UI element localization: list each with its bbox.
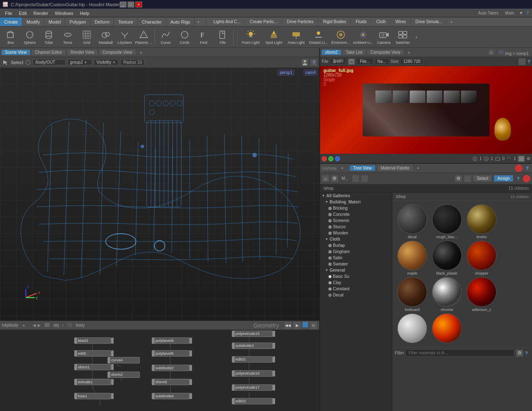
tool-camera[interactable]: Camera [375, 28, 393, 47]
tab-composite-view[interactable]: Composite View [99, 50, 135, 55]
mat-thumb-rough-black[interactable]: rough_blac... [430, 204, 463, 239]
maximize-button[interactable]: □ [128, 2, 134, 7]
tree-sweater[interactable]: Sweater [320, 261, 392, 267]
minimize-button[interactable]: _ [120, 2, 126, 7]
menu-edit[interactable]: Edit [16, 10, 30, 17]
viewer-settings-btn[interactable] [518, 58, 526, 65]
right-icon-plus[interactable]: + [413, 34, 420, 41]
tab-composite-right[interactable]: Composite View [367, 50, 404, 55]
tool-curve[interactable]: Curve [157, 28, 175, 47]
tree-satin[interactable]: Satin [320, 255, 392, 261]
tool-box[interactable]: Box [2, 28, 20, 47]
mat-home-btn[interactable]: ⌂ [322, 175, 329, 182]
menu-file[interactable]: File [2, 10, 16, 17]
mat-thumb-fire[interactable] [430, 313, 463, 344]
viewer-settings-icon[interactable]: ⚙ [527, 156, 530, 161]
tool-switcher[interactable]: Switcher [394, 28, 412, 47]
bottom-nav-left[interactable]: ◀ [33, 323, 36, 327]
tool-distant-light[interactable]: Distant Li... [308, 28, 329, 47]
mat-help-btn[interactable]: ? [524, 166, 530, 171]
tree-building[interactable]: ▼ Building_Materi [320, 199, 392, 205]
bottom-plus[interactable]: + [20, 322, 28, 329]
tab-modify[interactable]: Modify [22, 17, 44, 26]
tool-sphere[interactable]: Sphere [21, 28, 39, 47]
mat-thumb-black-plastic[interactable]: black_plastic [430, 241, 463, 275]
file2-field[interactable]: File... [357, 58, 373, 65]
menu-windows[interactable]: Windows [52, 10, 77, 17]
tree-bricking[interactable]: Bricking [320, 205, 392, 211]
viewer-help-btn[interactable]: ? [527, 59, 530, 64]
tool-ambient-light[interactable]: Ambient Li... [352, 28, 374, 47]
tool-point-light[interactable]: Point Light [239, 28, 262, 47]
menu-render[interactable]: Render [30, 10, 52, 17]
mat-close-btn[interactable] [515, 165, 522, 172]
viewport-person-icon[interactable] [301, 59, 309, 66]
tab-lights[interactable]: Lights And C... [209, 19, 245, 25]
mat-plus[interactable]: + [339, 165, 346, 171]
tab-create-particles[interactable]: Create Partic... [246, 19, 282, 25]
tool-area-light[interactable]: Area Light [285, 28, 307, 47]
tool-platonic[interactable]: Platonic ... [135, 28, 153, 47]
camera-label[interactable]: cam4 [304, 69, 318, 76]
tab-cloth[interactable]: Cloth [372, 19, 390, 25]
mat-settings-btn[interactable]: ⚙ [331, 175, 338, 182]
mat-assign-btn[interactable]: Assign [494, 175, 513, 182]
tool-metaball[interactable]: Metaball [97, 28, 115, 47]
viewport-tab-plus[interactable]: + [137, 49, 145, 56]
tab-polygon[interactable]: Polygon [65, 17, 90, 26]
mat-close2-btn[interactable] [523, 175, 530, 182]
path-field[interactable]: /body/OUT [33, 59, 66, 65]
radius-field[interactable]: Radius 10 [120, 59, 145, 65]
file-browse-btn[interactable] [348, 58, 355, 65]
tab-deform[interactable]: Deform [90, 17, 114, 26]
mat-thumb-maple[interactable]: maple [396, 241, 429, 275]
tree-decal[interactable]: Decal [320, 292, 392, 298]
tab-rigid-bodies[interactable]: Rigid Bodies [319, 19, 351, 25]
tab-scene-view[interactable]: Scene View [2, 50, 30, 55]
tree-gingham[interactable]: Gingham [320, 249, 392, 255]
bottom-nav-btn2[interactable]: ▶ [293, 321, 301, 330]
mat-tab-plus[interactable]: + [414, 165, 422, 171]
tab-auto-rigs[interactable]: Auto Rigs [166, 17, 195, 26]
tool-grid[interactable]: Grid [78, 28, 96, 47]
filter-help-btn[interactable]: ? [523, 351, 530, 356]
filter-settings-btn[interactable]: ⚙ [516, 349, 523, 357]
tool-lsystem[interactable]: LSystem [116, 28, 134, 47]
bottom-nav-btn1[interactable]: ◀◀ [284, 321, 292, 330]
right-home-btn[interactable]: ⌂ [488, 49, 495, 55]
tab-create[interactable]: Create [0, 17, 22, 26]
tab-texture[interactable]: Texture [114, 17, 138, 26]
right-top-plus[interactable]: + [405, 49, 413, 56]
tool-file[interactable]: File [214, 28, 232, 47]
mat-settings2-btn[interactable]: ⚙ [455, 175, 462, 182]
tree-stucco[interactable]: Stucco [320, 224, 392, 230]
tree-general[interactable]: ▼ General [320, 267, 392, 273]
tab-wires[interactable]: Wires [391, 19, 411, 25]
tab-xform2[interactable]: xform2 [322, 50, 341, 55]
tab-drive-simula[interactable]: Drive Simula... [411, 19, 447, 25]
tree-clay[interactable]: Clay [320, 280, 392, 286]
tree-screenin[interactable]: Screenin [320, 217, 392, 224]
tab-drive-particles[interactable]: Drive Particles [283, 19, 318, 25]
bottom-nav-right[interactable]: ▶ [38, 323, 41, 327]
right-toolbar-plus[interactable]: + [448, 19, 455, 25]
mat-view-btn[interactable] [361, 175, 368, 182]
perspective-label[interactable]: persp1 [278, 69, 294, 76]
tool-env-light[interactable]: Environm... [330, 28, 352, 47]
mat-select-btn[interactable]: Select [473, 175, 492, 182]
mat-thumb-knobs[interactable]: knobs [465, 204, 498, 239]
na-field[interactable]: Na... [375, 58, 389, 65]
tab-render-view[interactable]: Render View [67, 50, 97, 55]
grid-toggle-btn[interactable] [518, 155, 525, 162]
viewport-help-icon[interactable]: ? [310, 59, 318, 66]
close-button[interactable]: ✕ [135, 2, 142, 7]
mat-thumb-chopper[interactable]: chopper [465, 241, 498, 275]
tab-channel-editor[interactable]: Channel Editor [32, 50, 66, 55]
tree-constant[interactable]: Constant [320, 286, 392, 292]
tool-circle[interactable]: Circle [176, 28, 194, 47]
mat-thumb-chrome[interactable]: chrome [430, 277, 463, 312]
mat-right-btn1[interactable] [464, 175, 471, 182]
tree-wooden[interactable]: Wooden [320, 230, 392, 236]
mat-thumb-silver[interactable] [396, 313, 429, 344]
mat-help2-btn[interactable]: ? [515, 176, 521, 181]
